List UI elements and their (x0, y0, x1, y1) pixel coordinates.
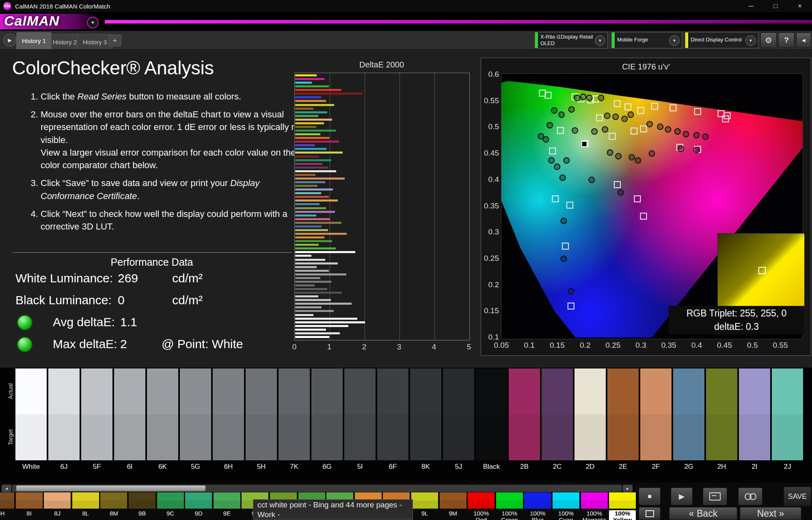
delta-e-bar[interactable] (295, 100, 326, 102)
delta-e-bar[interactable] (295, 174, 315, 176)
delta-e-bar[interactable] (295, 126, 316, 128)
maximize-button[interactable]: □ (763, 0, 788, 12)
patch-select-8L[interactable]: 8L (72, 492, 99, 509)
color-patch-5J[interactable]: 5J (443, 368, 474, 460)
save-button[interactable]: SAVE (784, 487, 811, 506)
delta-e-bar[interactable] (295, 318, 357, 320)
delta-e-bar[interactable] (295, 192, 321, 194)
delta-e-bar[interactable] (295, 156, 319, 158)
delta-e-bar[interactable] (295, 244, 319, 246)
measure-frame-button[interactable] (703, 488, 727, 505)
delta-e-bar[interactable] (295, 306, 322, 308)
delta-e-bar[interactable] (295, 130, 336, 132)
color-patch-2J[interactable]: 2J (772, 368, 803, 460)
patch-select-8M[interactable]: 8M (100, 492, 127, 509)
delta-e-bar[interactable] (295, 196, 329, 198)
link-button[interactable] (738, 488, 762, 505)
delta-e-bar[interactable] (295, 74, 317, 76)
delta-e-bar[interactable] (295, 133, 320, 135)
horizontal-scrollbar[interactable] (12, 485, 622, 492)
color-patch-2C[interactable]: 2C (542, 368, 573, 460)
color-patch-2D[interactable]: 2D (574, 368, 606, 460)
delta-e-bar[interactable] (295, 236, 324, 238)
delta-e-bar[interactable] (295, 199, 338, 202)
scroll-left-button[interactable]: ◄ (2, 485, 11, 492)
delta-e-bar[interactable] (295, 141, 339, 143)
meter-dropdown-colorimeter[interactable]: X-Rite i1Display RetailOLED ▼ (535, 32, 608, 48)
color-patch-6F[interactable]: 6F (377, 368, 408, 460)
color-patch-5F[interactable]: 5F (81, 368, 112, 460)
delta-e-bar[interactable] (295, 85, 329, 87)
delta-e-bar[interactable] (295, 292, 342, 294)
patch-select-100% Green[interactable]: 100% Green (496, 492, 523, 509)
color-patch-2F[interactable]: 2F (640, 368, 672, 460)
patch-select-8J[interactable]: 8J (44, 492, 71, 509)
color-patch-2I[interactable]: 2I (739, 368, 770, 460)
patch-select-8I[interactable]: 8I (16, 492, 43, 509)
color-patch-7K[interactable]: 7K (279, 368, 310, 460)
color-patch-2E[interactable]: 2E (607, 368, 639, 460)
delta-e-bar[interactable] (295, 207, 326, 209)
play-button[interactable]: ▶ (671, 488, 693, 505)
patch-select-100% Cyan[interactable]: 100% Cyan (553, 492, 579, 509)
meter-dropdown-display-control[interactable]: Direct Display Control ▼ (685, 32, 758, 48)
delta-e-bar[interactable] (295, 218, 330, 220)
patch-select-100% Magenta[interactable]: 100% Magenta (581, 492, 608, 509)
color-patch-6H[interactable]: 6H (213, 368, 244, 460)
color-patch-White[interactable]: White (15, 368, 47, 460)
delta-e-bar[interactable] (295, 96, 321, 98)
stop-button[interactable]: ■ (639, 488, 661, 505)
delta-e-bar[interactable] (295, 321, 365, 323)
delta-e-bar[interactable] (295, 281, 331, 283)
chevron-down-icon[interactable]: ▼ (745, 35, 756, 46)
color-patch-2B[interactable]: 2B (509, 368, 540, 460)
tab-history-1[interactable]: History 1 (16, 32, 52, 49)
color-patch-6K[interactable]: 6K (147, 368, 178, 460)
delta-e-bar[interactable] (295, 314, 313, 316)
delta-e-bar[interactable] (295, 144, 315, 146)
delta-e-bar[interactable] (295, 148, 326, 150)
add-tab-button[interactable]: + (108, 35, 121, 46)
delta-e-bar[interactable] (295, 115, 318, 117)
chevron-down-icon[interactable]: ▼ (595, 35, 605, 46)
patch-select-8H[interactable]: 8H (0, 492, 14, 509)
delta-e-bar[interactable] (295, 255, 311, 257)
delta-e-chart[interactable] (294, 73, 470, 340)
delta-e-bar[interactable] (295, 163, 322, 165)
delta-e-bar[interactable] (295, 214, 316, 217)
back-button[interactable]: « Back (669, 507, 737, 520)
delta-e-bar[interactable] (295, 203, 320, 205)
delta-e-bar[interactable] (295, 78, 324, 80)
color-patch-6G[interactable]: 6G (311, 368, 343, 460)
delta-e-bar[interactable] (295, 119, 332, 121)
delta-e-bar[interactable] (295, 181, 325, 183)
delta-e-bar[interactable] (295, 225, 322, 228)
delta-e-bar[interactable] (295, 295, 318, 297)
delta-e-bar[interactable] (295, 188, 333, 191)
close-button[interactable]: × (788, 0, 812, 12)
color-patch-5I[interactable]: 5I (344, 368, 376, 460)
delta-e-bar[interactable] (295, 137, 329, 139)
delta-e-bar[interactable] (295, 273, 346, 275)
patch-select-9E[interactable]: 9E (214, 492, 240, 509)
help-button[interactable]: ? (778, 32, 795, 48)
tab-history-3[interactable]: History 3 (77, 34, 112, 49)
patch-select-9L[interactable]: 9L (411, 492, 438, 509)
delta-e-bar[interactable] (295, 211, 335, 213)
delta-e-bar[interactable] (295, 108, 313, 110)
delta-e-bar[interactable] (295, 229, 328, 231)
delta-e-bar[interactable] (295, 329, 326, 331)
patch-select-9B[interactable]: 9B (129, 492, 155, 509)
delta-e-bar[interactable] (295, 233, 347, 235)
tab-scroll-left-button[interactable]: ▶ (3, 34, 16, 47)
delta-e-bar[interactable] (295, 89, 341, 91)
scrollbar-thumb[interactable] (16, 485, 205, 491)
color-patch-5H[interactable]: 5H (246, 368, 277, 460)
delta-e-bar[interactable] (295, 93, 363, 95)
collapse-panel-button[interactable]: ◄ (796, 32, 811, 48)
brand-menu-button[interactable]: ▼ (87, 17, 99, 28)
patch-select-9C[interactable]: 9C (157, 492, 184, 509)
delta-e-bar[interactable] (295, 310, 334, 312)
color-patch-6J[interactable]: 6J (48, 368, 80, 460)
color-patch-5G[interactable]: 5G (180, 368, 211, 460)
